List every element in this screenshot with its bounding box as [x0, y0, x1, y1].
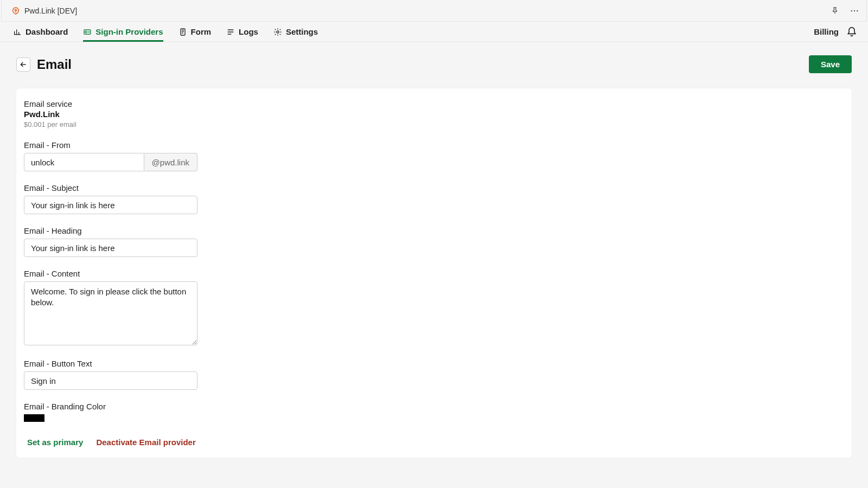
card-actions: Set as primary Deactivate Email provider [24, 438, 844, 447]
email-from-domain-addon: @pwd.link [144, 153, 197, 171]
field-email-content: Email - Content [24, 269, 844, 347]
email-from-input[interactable] [24, 153, 144, 171]
logs-icon [226, 28, 235, 36]
set-primary-button[interactable]: Set as primary [27, 438, 83, 447]
deactivate-provider-button[interactable]: Deactivate Email provider [96, 438, 195, 447]
nav-item-label: Sign-in Providers [95, 27, 163, 36]
svg-point-3 [857, 10, 858, 11]
signin-providers-icon [83, 28, 92, 36]
window-title-right [828, 4, 861, 17]
nav-item-label: Logs [239, 27, 258, 36]
content-area: Email Save Email service Pwd.Link $0.001… [0, 42, 868, 471]
app-logo-icon [11, 7, 20, 15]
field-email-subject: Email - Subject [24, 183, 844, 214]
field-email-branding-color: Email - Branding Color [24, 402, 844, 423]
service-label: Email service [24, 99, 844, 108]
save-button[interactable]: Save [809, 55, 852, 73]
settings-icon [273, 28, 282, 36]
email-subject-input[interactable] [24, 196, 197, 214]
field-label: Email - Button Text [24, 359, 844, 368]
arrow-left-icon [19, 60, 28, 69]
branding-color-swatch[interactable] [24, 414, 44, 422]
dashboard-icon [13, 28, 22, 36]
main-nav: Dashboard Sign-in Providers Form [0, 22, 868, 42]
window-title-bar: Pwd.Link [DEV] [1, 0, 867, 22]
svg-point-7 [277, 31, 279, 33]
page-header-left: Email [16, 57, 72, 72]
main-nav-right: Billing [814, 22, 857, 42]
email-heading-input[interactable] [24, 239, 197, 257]
nav-dashboard[interactable]: Dashboard [13, 22, 68, 42]
email-content-textarea[interactable] [24, 281, 197, 345]
nav-billing[interactable]: Billing [814, 27, 839, 36]
nav-logs[interactable]: Logs [226, 22, 258, 42]
more-icon[interactable] [848, 4, 861, 17]
field-label: Email - Content [24, 269, 844, 278]
nav-form[interactable]: Form [178, 22, 212, 42]
page-title: Email [37, 57, 72, 72]
svg-point-0 [15, 9, 17, 11]
settings-card: Email service Pwd.Link $0.001 per email … [16, 88, 852, 458]
nav-settings[interactable]: Settings [273, 22, 318, 42]
service-price: $0.001 per email [24, 120, 844, 129]
back-button[interactable] [16, 57, 30, 72]
field-label: Email - From [24, 140, 844, 150]
notifications-icon[interactable] [846, 27, 857, 37]
field-label: Email - Heading [24, 226, 844, 235]
main-nav-left: Dashboard Sign-in Providers Form [13, 22, 318, 42]
pin-icon[interactable] [828, 4, 841, 17]
window-title-left: Pwd.Link [DEV] [11, 7, 77, 15]
from-input-group: @pwd.link [24, 153, 197, 171]
email-button-text-input[interactable] [24, 371, 197, 390]
field-email-from: Email - From @pwd.link [24, 140, 844, 171]
page-header: Email Save [16, 55, 852, 73]
field-label: Email - Subject [24, 183, 844, 192]
form-icon [178, 28, 187, 36]
field-email-heading: Email - Heading [24, 226, 844, 257]
nav-item-label: Dashboard [25, 27, 68, 36]
svg-point-1 [851, 10, 852, 11]
field-label: Email - Branding Color [24, 402, 844, 411]
field-email-button-text: Email - Button Text [24, 359, 844, 390]
nav-signin-providers[interactable]: Sign-in Providers [83, 22, 163, 42]
svg-point-5 [85, 31, 87, 33]
nav-item-label: Settings [286, 27, 318, 36]
service-name: Pwd.Link [24, 110, 844, 119]
app-title: Pwd.Link [DEV] [24, 7, 77, 15]
svg-point-2 [854, 10, 855, 11]
nav-item-label: Form [191, 27, 212, 36]
